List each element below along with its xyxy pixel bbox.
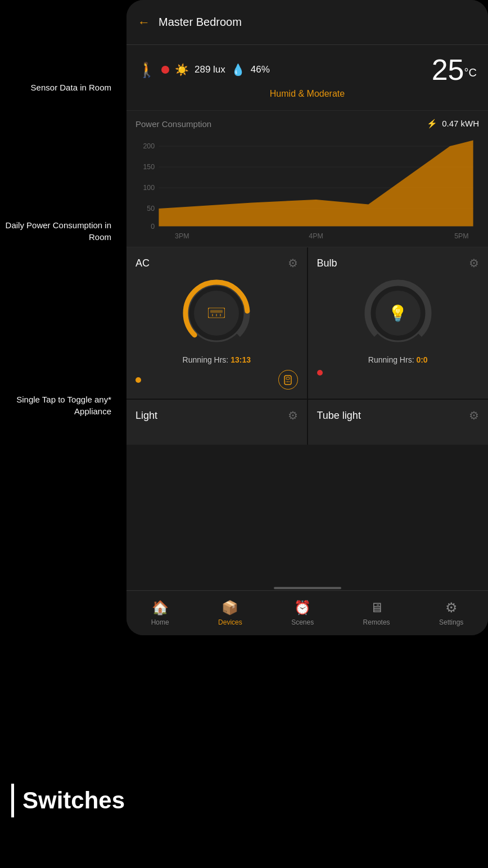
walk-icon: 🚶: [138, 61, 156, 79]
bulb-icon: 💡: [388, 304, 408, 323]
nav-settings[interactable]: ⚙ Settings: [439, 600, 463, 626]
svg-text:3PM: 3PM: [175, 232, 189, 240]
svg-text:150: 150: [143, 163, 155, 171]
nav-home[interactable]: 🏠 Home: [151, 600, 169, 626]
remotes-label: Remotes: [363, 618, 390, 626]
power-title: Power Consumption: [135, 119, 211, 129]
ac-device-name: AC: [135, 257, 150, 269]
svg-rect-23: [284, 376, 291, 385]
light-device-name: Light: [135, 410, 157, 422]
back-button[interactable]: ←: [138, 15, 150, 30]
toggle-annotation: Single Tap to Toggle any* Appliance: [0, 394, 118, 417]
page-title: Master Bedroom: [159, 16, 242, 29]
svg-text:200: 200: [143, 142, 155, 150]
bulb-running-hrs: Running Hrs: 0:0: [317, 355, 480, 364]
recording-dot: [161, 66, 169, 74]
temp-unit: °C: [464, 66, 477, 79]
ac-card[interactable]: AC ⚙: [126, 247, 307, 399]
remotes-icon: 🖥: [370, 600, 383, 616]
svg-rect-24: [286, 377, 290, 379]
tubelight-card[interactable]: Tube light ⚙: [308, 400, 489, 445]
nav-devices[interactable]: 📦 Devices: [218, 600, 242, 626]
power-value: ⚡ 0.47 kWH: [427, 119, 479, 129]
switches-section: Switches: [11, 784, 125, 817]
home-icon: 🏠: [152, 600, 169, 616]
temperature-value: 25: [432, 53, 464, 86]
ac-running-hrs: Running Hrs: 13:13: [135, 355, 298, 364]
home-indicator: [274, 587, 341, 589]
nav-scenes[interactable]: ⏰ Scenes: [291, 600, 314, 626]
sun-icon: ☀️: [175, 63, 189, 76]
power-chart: 200 150 100 50 0 3PM 4PM 5PM: [135, 134, 479, 241]
sensor-section: 🚶 ☀️ 289 lux 💧 46% 25°C Humid & Moderate: [126, 45, 488, 111]
ac-remote-icon[interactable]: [278, 370, 298, 390]
tubelight-device-name: Tube light: [317, 410, 361, 422]
nav-remotes[interactable]: 🖥 Remotes: [363, 600, 390, 626]
svg-point-25: [287, 381, 288, 382]
bottom-nav: 🏠 Home 📦 Devices ⏰ Scenes 🖥 Remotes ⚙ Se…: [126, 590, 488, 635]
ac-icon: [208, 305, 225, 322]
svg-text:0: 0: [151, 223, 155, 230]
bulb-device-name: Bulb: [317, 257, 337, 269]
svg-point-26: [286, 381, 287, 382]
svg-rect-19: [210, 310, 223, 313]
scenes-label: Scenes: [291, 618, 314, 626]
lux-value: 289 lux: [195, 64, 225, 75]
power-annotation: Daily Power Consumption in Room: [0, 219, 118, 243]
ac-settings-icon[interactable]: ⚙: [288, 256, 298, 270]
bulb-status-dot: [317, 370, 323, 376]
humidity-value: 46%: [251, 64, 270, 75]
tubelight-settings-icon[interactable]: ⚙: [469, 409, 479, 422]
svg-text:4PM: 4PM: [309, 232, 323, 240]
svg-text:5PM: 5PM: [454, 232, 469, 240]
switches-bar: [11, 784, 14, 817]
phone-frame: ← Master Bedroom 🚶 ☀️ 289 lux 💧 46% 25°C…: [126, 0, 488, 635]
humidity-icon: 💧: [231, 63, 245, 76]
ac-status-dot: [135, 377, 141, 383]
device-grid: AC ⚙: [126, 247, 488, 445]
ac-running-time: 13:13: [231, 355, 251, 364]
power-section: Power Consumption ⚡ 0.47 kWH 200 150 100…: [126, 111, 488, 247]
home-label: Home: [151, 618, 169, 626]
svg-text:100: 100: [143, 184, 155, 192]
svg-point-27: [289, 381, 290, 382]
bulb-settings-icon[interactable]: ⚙: [469, 256, 479, 270]
temperature-display: 25°C: [432, 55, 477, 84]
ac-gauge: [135, 277, 298, 350]
sensor-annotation: Sensor Data in Room: [0, 82, 118, 93]
light-card[interactable]: Light ⚙: [126, 400, 307, 445]
scenes-icon: ⏰: [294, 600, 311, 616]
switches-label: Switches: [22, 787, 125, 814]
svg-marker-10: [159, 141, 473, 227]
svg-text:50: 50: [147, 205, 155, 213]
devices-label: Devices: [218, 618, 242, 626]
app-header: ← Master Bedroom: [126, 0, 488, 45]
settings-label: Settings: [439, 618, 463, 626]
weather-status: Humid & Moderate: [138, 89, 477, 99]
devices-icon: 📦: [222, 600, 238, 616]
bulb-card[interactable]: Bulb ⚙ 💡 Running Hrs: 0:0: [308, 247, 489, 399]
bulb-running-time: 0:0: [416, 355, 427, 364]
light-settings-icon[interactable]: ⚙: [288, 409, 298, 422]
lightning-icon: ⚡: [427, 119, 437, 128]
settings-icon: ⚙: [445, 600, 458, 616]
bulb-gauge: 💡: [317, 277, 480, 350]
